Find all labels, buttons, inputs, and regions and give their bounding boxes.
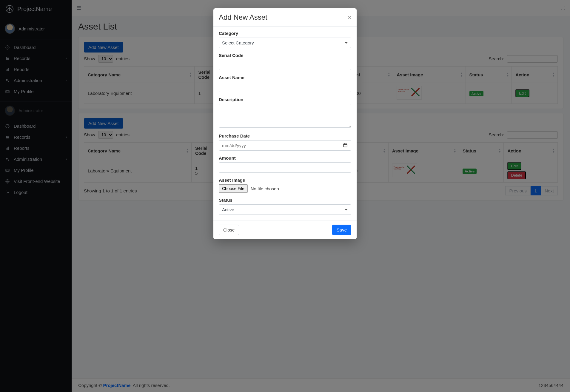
label-amount: Amount (219, 155, 351, 160)
category-select[interactable]: Select Category (219, 38, 351, 48)
modal-body: Category Select Category Serial Code Ass… (213, 27, 357, 220)
label-status: Status (219, 197, 351, 203)
add-asset-modal: Add New Asset × Category Select Category… (213, 8, 357, 239)
modal-footer: Close Save (213, 220, 357, 239)
description-textarea[interactable] (219, 104, 351, 128)
amount-input[interactable] (219, 162, 351, 173)
close-button[interactable]: Close (219, 225, 239, 235)
asset-name-input[interactable] (219, 82, 351, 92)
status-select[interactable]: Active (219, 204, 351, 215)
label-description: Description (219, 97, 351, 102)
label-asset-name: Asset Name (219, 75, 351, 80)
save-button[interactable]: Save (332, 225, 351, 235)
label-serial: Serial Code (219, 53, 351, 58)
serial-code-input[interactable] (219, 60, 351, 70)
label-purchase-date: Purchase Date (219, 133, 351, 138)
modal-header: Add New Asset × (213, 8, 357, 27)
choose-file-button[interactable]: Choose File (219, 184, 248, 193)
label-asset-image: Asset Image (219, 178, 351, 183)
label-category: Category (219, 31, 351, 36)
modal-title: Add New Asset (219, 13, 267, 21)
file-status-text: No file chosen (251, 186, 279, 191)
close-icon[interactable]: × (348, 14, 351, 20)
purchase-date-input[interactable] (219, 140, 351, 151)
